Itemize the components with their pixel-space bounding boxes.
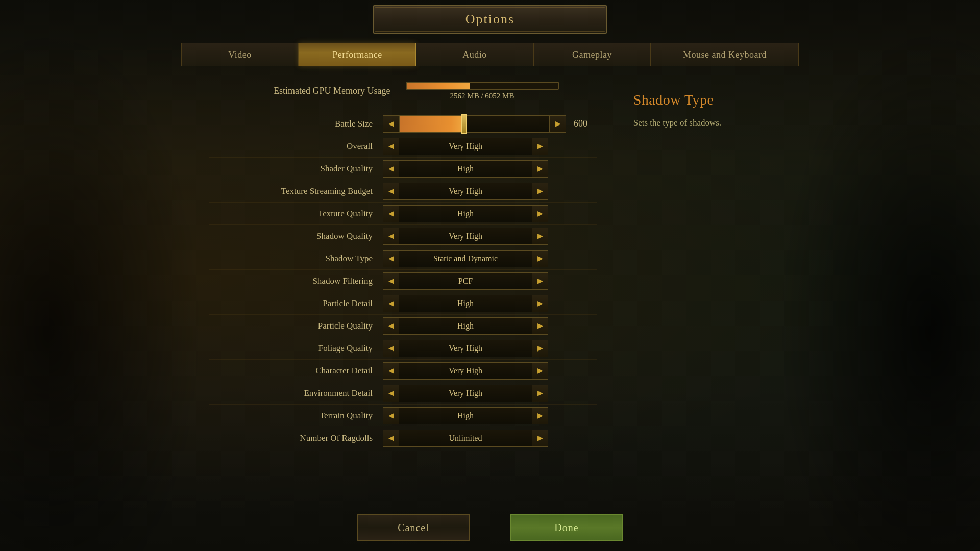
battle-size-control: ◀ ▶ 600 [383,115,597,133]
setting-control-5: ◀ Static and Dynamic ▶ [383,250,548,267]
gpu-bar-fill [407,83,470,89]
setting-row: Texture Streaming Budget ◀ Very High ▶ [209,180,597,203]
setting-label-3: Texture Quality [209,209,383,219]
tab-gameplay[interactable]: Gameplay [533,43,651,66]
setting-value-5: Static and Dynamic [399,250,532,267]
setting-row: Shadow Quality ◀ Very High ▶ [209,225,597,247]
setting-decrease-6[interactable]: ◀ [383,272,399,290]
setting-value-9: Very High [399,340,532,357]
setting-increase-5[interactable]: ▶ [532,250,548,267]
setting-row: Shader Quality ◀ High ▶ [209,158,597,180]
setting-value-12: High [399,407,532,424]
setting-increase-13[interactable]: ▶ [532,430,548,447]
setting-increase-12[interactable]: ▶ [532,407,548,424]
setting-decrease-10[interactable]: ◀ [383,362,399,380]
setting-row: Overall ◀ Very High ▶ [209,135,597,158]
setting-row: Foliage Quality ◀ Very High ▶ [209,337,597,360]
battle-size-row: Battle Size ◀ ▶ 600 [209,113,597,135]
setting-decrease-4[interactable]: ◀ [383,228,399,245]
tab-performance[interactable]: Performance [299,43,416,66]
setting-row: Number Of Ragdolls ◀ Unlimited ▶ [209,427,597,449]
setting-control-12: ◀ High ▶ [383,407,548,424]
setting-increase-4[interactable]: ▶ [532,228,548,245]
setting-control-13: ◀ Unlimited ▶ [383,430,548,447]
setting-row: Shadow Filtering ◀ PCF ▶ [209,270,597,292]
setting-control-0: ◀ Very High ▶ [383,138,548,155]
panel-divider [607,82,607,449]
setting-increase-1[interactable]: ▶ [532,160,548,178]
setting-control-8: ◀ High ▶ [383,317,548,335]
setting-value-3: High [399,205,532,222]
battle-size-slider[interactable] [399,115,550,133]
setting-label-2: Texture Streaming Budget [209,186,383,196]
setting-label-7: Particle Detail [209,298,383,309]
setting-row: Terrain Quality ◀ High ▶ [209,405,597,427]
setting-increase-9[interactable]: ▶ [532,340,548,357]
gpu-memory-row: Estimated GPU Memory Usage 2562 MB / 605… [209,82,597,101]
setting-increase-0[interactable]: ▶ [532,138,548,155]
setting-decrease-1[interactable]: ◀ [383,160,399,178]
setting-control-4: ◀ Very High ▶ [383,228,548,245]
main-content: Estimated GPU Memory Usage 2562 MB / 605… [209,82,771,449]
setting-decrease-13[interactable]: ◀ [383,430,399,447]
setting-value-6: PCF [399,272,532,290]
setting-decrease-0[interactable]: ◀ [383,138,399,155]
setting-decrease-3[interactable]: ◀ [383,205,399,222]
tab-audio[interactable]: Audio [416,43,533,66]
setting-decrease-11[interactable]: ◀ [383,385,399,402]
setting-decrease-9[interactable]: ◀ [383,340,399,357]
setting-value-11: Very High [399,385,532,402]
setting-label-13: Number Of Ragdolls [209,433,383,443]
setting-increase-3[interactable]: ▶ [532,205,548,222]
setting-label-0: Overall [209,141,383,152]
setting-control-6: ◀ PCF ▶ [383,272,548,290]
setting-row: Particle Quality ◀ High ▶ [209,315,597,337]
settings-list: Overall ◀ Very High ▶ Shader Quality ◀ H… [209,135,597,449]
done-button[interactable]: Done [510,514,623,541]
setting-increase-11[interactable]: ▶ [532,385,548,402]
setting-control-7: ◀ High ▶ [383,295,548,312]
setting-value-13: Unlimited [399,430,532,447]
setting-increase-8[interactable]: ▶ [532,317,548,335]
setting-row: Environment Detail ◀ Very High ▶ [209,382,597,405]
setting-value-10: Very High [399,362,532,380]
setting-decrease-8[interactable]: ◀ [383,317,399,335]
setting-label-9: Foliage Quality [209,343,383,354]
info-description: Sets the type of shadows. [633,116,755,130]
setting-increase-6[interactable]: ▶ [532,272,548,290]
setting-control-10: ◀ Very High ▶ [383,362,548,380]
setting-label-11: Environment Detail [209,388,383,398]
setting-label-12: Terrain Quality [209,411,383,421]
setting-decrease-5[interactable]: ◀ [383,250,399,267]
setting-control-11: ◀ Very High ▶ [383,385,548,402]
setting-value-4: Very High [399,228,532,245]
setting-label-5: Shadow Type [209,254,383,264]
setting-increase-10[interactable]: ▶ [532,362,548,380]
setting-decrease-2[interactable]: ◀ [383,183,399,200]
options-title-bar: Options [373,5,607,34]
battle-slider-thumb [461,114,467,134]
gpu-bar [406,82,559,90]
setting-increase-2[interactable]: ▶ [532,183,548,200]
setting-label-8: Particle Quality [209,321,383,331]
tab-mouse-keyboard[interactable]: Mouse and Keyboard [651,43,799,66]
setting-decrease-12[interactable]: ◀ [383,407,399,424]
bottom-buttons: Cancel Done [357,514,623,541]
cancel-button[interactable]: Cancel [357,514,470,541]
options-title: Options [465,12,514,27]
setting-label-6: Shadow Filtering [209,276,383,286]
settings-panel: Estimated GPU Memory Usage 2562 MB / 605… [209,82,597,449]
battle-size-decrease[interactable]: ◀ [383,115,399,133]
setting-value-7: High [399,295,532,312]
gpu-memory-label: Estimated GPU Memory Usage [248,86,390,96]
setting-row: Shadow Type ◀ Static and Dynamic ▶ [209,247,597,270]
tab-video[interactable]: Video [181,43,299,66]
setting-control-1: ◀ High ▶ [383,160,548,178]
setting-value-1: High [399,160,532,178]
setting-value-8: High [399,317,532,335]
setting-increase-7[interactable]: ▶ [532,295,548,312]
battle-size-increase[interactable]: ▶ [550,115,566,133]
setting-decrease-7[interactable]: ◀ [383,295,399,312]
battle-size-value: 600 [566,118,597,129]
setting-value-0: Very High [399,138,532,155]
